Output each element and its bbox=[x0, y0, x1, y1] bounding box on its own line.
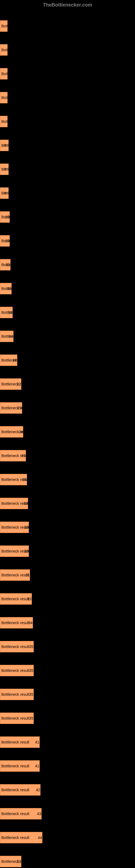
bar-value: 23 bbox=[17, 406, 22, 410]
bar-row: Bottleneck result35 bbox=[0, 654, 135, 678]
bar: Bottleneck result35 bbox=[0, 713, 34, 724]
bar: Bottleneck result23 bbox=[0, 402, 22, 414]
bar: Bottleneck result27 bbox=[0, 450, 26, 461]
chart-container: Bottleneck result8Bottleneck result8Bott… bbox=[0, 10, 135, 868]
bar-row: Bottleneck result29 bbox=[0, 488, 135, 511]
bar: Bottleneck result31 bbox=[0, 569, 30, 581]
bar-value: 11 bbox=[6, 262, 10, 267]
bar-value: 43 bbox=[37, 812, 41, 816]
bar-row: Bottleneck result9 bbox=[0, 153, 135, 177]
bar-label: Bottleneck result bbox=[1, 788, 30, 792]
bar-value: 30 bbox=[24, 549, 29, 553]
bar-value: 41 bbox=[35, 740, 39, 744]
bar-value: 30 bbox=[24, 525, 29, 529]
bar-row: Bottleneck result10 bbox=[0, 225, 135, 249]
bar-value: 22 bbox=[17, 382, 21, 386]
bar-label: Bottleneck result bbox=[1, 597, 30, 601]
bar: Bottleneck result22 bbox=[0, 856, 21, 867]
bar-row: Bottleneck result8 bbox=[0, 58, 135, 82]
bar: Bottleneck result8 bbox=[0, 68, 8, 80]
bar-row: Bottleneck result10 bbox=[0, 201, 135, 225]
bar-label: Bottleneck result bbox=[1, 621, 30, 625]
bar-row: Bottleneck result41 bbox=[0, 726, 135, 750]
bar-row: Bottleneck result31 bbox=[0, 559, 135, 583]
bar-row: Bottleneck result22 bbox=[0, 845, 135, 868]
bar: Bottleneck result29 bbox=[0, 498, 28, 509]
bar-label: Bottleneck result bbox=[1, 645, 30, 649]
bar: Bottleneck result28 bbox=[0, 474, 27, 485]
bar-row: Bottleneck result22 bbox=[0, 368, 135, 392]
bar-row: Bottleneck result13 bbox=[0, 297, 135, 320]
bar-row: Bottleneck result24 bbox=[0, 416, 135, 440]
bar-value: 34 bbox=[28, 621, 33, 625]
bar-value: 10 bbox=[5, 239, 9, 243]
bar: Bottleneck result33 bbox=[0, 593, 32, 604]
bar-label: Bottleneck result bbox=[1, 573, 30, 577]
bar-label: Bottleneck result bbox=[1, 740, 30, 744]
bar-row: Bottleneck result8 bbox=[0, 82, 135, 105]
bar-row: Bottleneck result30 bbox=[0, 511, 135, 535]
bar-value: 9 bbox=[4, 167, 6, 172]
bar-row: Bottleneck result30 bbox=[0, 535, 135, 559]
bar-value: 22 bbox=[17, 859, 21, 864]
bar-row: Bottleneck result35 bbox=[0, 631, 135, 654]
bar-label: Bottleneck result bbox=[1, 716, 30, 720]
bar: Bottleneck result8 bbox=[0, 116, 8, 127]
bar-label: Bottleneck result bbox=[1, 812, 30, 816]
bar-label: Bottleneck result bbox=[1, 764, 30, 768]
bar-row: Bottleneck result41 bbox=[0, 750, 135, 774]
bar-row: Bottleneck result11 bbox=[0, 249, 135, 273]
bar: Bottleneck result35 bbox=[0, 641, 34, 652]
bar-row: Bottleneck result8 bbox=[0, 34, 135, 58]
bar: Bottleneck result24 bbox=[0, 426, 23, 437]
bar: Bottleneck result30 bbox=[0, 546, 29, 557]
bar: Bottleneck result8 bbox=[0, 44, 8, 56]
bar: Bottleneck result43 bbox=[0, 808, 42, 819]
bar: Bottleneck result11 bbox=[0, 259, 10, 271]
bar-row: Bottleneck result12 bbox=[0, 273, 135, 297]
site-name: TheBottlenecker.com bbox=[43, 2, 92, 8]
bar-row: Bottleneck result42 bbox=[0, 774, 135, 798]
bar-label: Bottleneck result bbox=[1, 835, 30, 840]
bar-row: Bottleneck result43 bbox=[0, 798, 135, 822]
bar-value: 35 bbox=[29, 669, 34, 673]
bar-row: Bottleneck result8 bbox=[0, 105, 135, 129]
bar-value: 35 bbox=[29, 692, 34, 696]
bar-label: Bottleneck result bbox=[1, 692, 30, 696]
bar: Bottleneck result14 bbox=[0, 331, 13, 342]
bar-row: Bottleneck result9 bbox=[0, 177, 135, 201]
bar: Bottleneck result9 bbox=[0, 187, 9, 199]
bar-value: 10 bbox=[5, 215, 9, 219]
bar-value: 14 bbox=[9, 334, 13, 339]
bar-row: Bottleneck result35 bbox=[0, 702, 135, 726]
bar-value: 9 bbox=[4, 143, 6, 148]
bar-value: 29 bbox=[24, 501, 28, 506]
bar-value: 33 bbox=[27, 597, 32, 601]
bar: Bottleneck result41 bbox=[0, 737, 40, 748]
bar: Bottleneck result9 bbox=[0, 140, 9, 151]
bar-value: 28 bbox=[22, 477, 27, 482]
bar: Bottleneck result41 bbox=[0, 760, 40, 772]
bar-value: 42 bbox=[36, 788, 40, 792]
bar-value: 9 bbox=[4, 191, 6, 195]
bar-value: 41 bbox=[35, 764, 39, 768]
bar: Bottleneck result18 bbox=[0, 354, 17, 366]
bar-label: Bottleneck result bbox=[1, 119, 8, 124]
bar-row: Bottleneck result44 bbox=[0, 822, 135, 845]
bar-row: Bottleneck result33 bbox=[0, 583, 135, 607]
bar-row: Bottleneck result35 bbox=[0, 678, 135, 702]
bar: Bottleneck result35 bbox=[0, 689, 34, 700]
bar-row: Bottleneck result14 bbox=[0, 320, 135, 344]
bar-row: Bottleneck result8 bbox=[0, 10, 135, 34]
bar-value: 31 bbox=[26, 573, 30, 577]
bar-value: 13 bbox=[8, 310, 12, 315]
bar-row: Bottleneck result27 bbox=[0, 440, 135, 464]
bar-label: Bottleneck result bbox=[1, 95, 8, 100]
bar-row: Bottleneck result23 bbox=[0, 392, 135, 416]
bar: Bottleneck result8 bbox=[0, 20, 8, 32]
bar-value: 35 bbox=[29, 716, 34, 720]
bar-value: 44 bbox=[38, 835, 42, 840]
bar: Bottleneck result9 bbox=[0, 163, 9, 175]
bar-label: Bottleneck result bbox=[1, 24, 8, 28]
bar-row: Bottleneck result9 bbox=[0, 129, 135, 153]
